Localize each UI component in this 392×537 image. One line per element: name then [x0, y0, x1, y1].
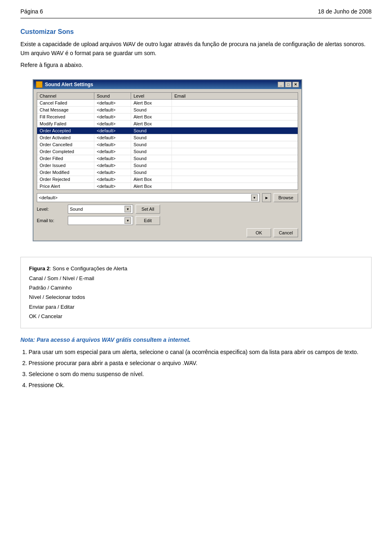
level-dropdown-arrow[interactable]: ▼ [125, 206, 131, 212]
cell-channel: Order Modified [37, 169, 94, 176]
cell-email [172, 114, 213, 120]
cell-level: Alert Box [131, 114, 172, 120]
sound-alert-dialog: Sound Alert Settings _ □ ✕ Channel Sound… [33, 79, 302, 241]
cell-email [172, 169, 213, 176]
email-label: Email to: [37, 218, 65, 223]
table-row[interactable]: Order Rejected <default> Alert Box [37, 176, 298, 183]
cell-level: Sound [131, 127, 172, 134]
dialog-titlebar: Sound Alert Settings _ □ ✕ [33, 80, 301, 89]
alert-table: Channel Sound Level Email Cancel Failed … [37, 92, 298, 190]
caption-line3: Nível / Selecionar todos [29, 292, 363, 302]
cell-email [172, 127, 213, 134]
maximize-button[interactable]: □ [285, 82, 292, 87]
cell-channel: Chat Message [37, 107, 94, 113]
cell-email [172, 134, 213, 141]
cell-channel: Modify Failed [37, 120, 94, 127]
table-row-selected[interactable]: Order Accepted <default> Sound [37, 127, 298, 134]
cell-level: Alert Box [131, 176, 172, 183]
cell-channel: Order Completed [37, 148, 94, 155]
ok-button[interactable]: OK [247, 228, 271, 237]
table-row[interactable]: Modify Failed <default> Alert Box [37, 120, 298, 127]
cell-channel: Cancel Failed [37, 100, 94, 106]
dialog-body: Channel Sound Level Email Cancel Failed … [33, 89, 301, 241]
cell-channel: Price Alert [37, 183, 94, 189]
set-all-button[interactable]: Set All [136, 205, 160, 214]
cell-sound: <default> [94, 120, 131, 127]
dialog-figure: Sound Alert Settings _ □ ✕ Channel Sound… [33, 79, 302, 241]
close-button[interactable]: ✕ [292, 82, 299, 87]
level-row: Level: Sound ▼ Set All [37, 205, 298, 214]
col-channel: Channel [37, 93, 94, 99]
edit-button[interactable]: Edit [136, 216, 160, 225]
step-1: Para usar um som especial para um alerta… [29, 348, 372, 357]
email-dropdown[interactable]: ▼ [68, 216, 133, 225]
cell-sound: <default> [94, 169, 131, 176]
caption-figure-number: Figura 2 [29, 265, 50, 272]
level-label: Level: [37, 207, 65, 212]
step-3: Selecione o som do menu suspenso de níve… [29, 370, 372, 379]
table-row[interactable]: Order Activated <default> Sound [37, 134, 298, 141]
cancel-button[interactable]: Cancel [274, 228, 298, 237]
table-row[interactable]: Chat Message <default> Sound [37, 107, 298, 114]
caption-line5: OK / Cancelar [29, 312, 363, 321]
cell-sound: <default> [94, 155, 131, 162]
cell-level: Sound [131, 169, 172, 176]
table-row[interactable]: Price Alert <default> Alert Box [37, 183, 298, 189]
col-email: Email [172, 93, 213, 99]
cell-level: Sound [131, 148, 172, 155]
col-sound: Sound [94, 93, 131, 99]
cell-channel: Order Cancelled [37, 141, 94, 148]
intro-paragraph-1: Existe a capacidade de upload arquivos W… [20, 40, 372, 58]
note-text: Nota: Para acesso á arquivos WAV grátis … [20, 336, 372, 343]
play-button[interactable]: ▶ [262, 193, 271, 202]
cell-channel: Order Rejected [37, 176, 94, 183]
path-value: <default> [39, 195, 58, 200]
cell-level: Sound [131, 107, 172, 113]
caption-figure-title: Figura 2: Sons e Configurações de Alerta [29, 264, 363, 273]
cell-level: Alert Box [131, 100, 172, 106]
cell-sound: <default> [94, 134, 131, 141]
minimize-button[interactable]: _ [278, 82, 284, 87]
path-row: <default> ▼ ▶ Browse [37, 193, 298, 202]
path-dropdown[interactable]: <default> ▼ [37, 193, 260, 202]
cell-sound: <default> [94, 176, 131, 183]
browse-button[interactable]: Browse [274, 193, 298, 202]
dialog-app-icon [36, 81, 42, 88]
cell-level: Sound [131, 155, 172, 162]
cell-email [172, 120, 213, 127]
cell-sound: <default> [94, 141, 131, 148]
cell-sound: <default> [94, 107, 131, 113]
page-date: 18 de Junho de 2008 [318, 8, 372, 15]
step-2: Pressione procurar para abrir a pasta e … [29, 359, 372, 368]
email-dropdown-arrow[interactable]: ▼ [125, 217, 131, 224]
ok-cancel-row: OK Cancel [37, 228, 298, 237]
cell-email [172, 141, 213, 148]
table-row[interactable]: Order Modified <default> Sound [37, 169, 298, 176]
cell-level: Sound [131, 134, 172, 141]
cell-sound: <default> [94, 100, 131, 106]
table-header-row: Channel Sound Level Email [37, 93, 298, 100]
cell-level: Alert Box [131, 120, 172, 127]
cell-channel: Order Filled [37, 155, 94, 162]
table-row[interactable]: Order Cancelled <default> Sound [37, 141, 298, 148]
caption-line2: Padrão / Caminho [29, 283, 363, 292]
table-row[interactable]: Order Filled <default> Sound [37, 155, 298, 162]
cell-sound: <default> [94, 183, 131, 189]
table-row[interactable]: Order Completed <default> Sound [37, 148, 298, 155]
titlebar-left: Sound Alert Settings [36, 81, 93, 88]
cell-channel: Fill Received [37, 114, 94, 120]
table-row[interactable]: Order Issued <default> Sound [37, 162, 298, 169]
cell-level: Alert Box [131, 183, 172, 189]
cell-sound: <default> [94, 162, 131, 169]
level-dropdown[interactable]: Sound ▼ [68, 205, 133, 214]
table-row[interactable]: Fill Received <default> Alert Box [37, 114, 298, 120]
cell-level: Sound [131, 141, 172, 148]
page-number: Página 6 [20, 8, 43, 15]
table-row[interactable]: Cancel Failed <default> Alert Box [37, 100, 298, 107]
cell-channel: Order Activated [37, 134, 94, 141]
cell-email [172, 155, 213, 162]
path-dropdown-arrow[interactable]: ▼ [251, 194, 258, 201]
cell-channel: Order Issued [37, 162, 94, 169]
steps-list: Para usar um som especial para um alerta… [29, 348, 372, 390]
dialog-title: Sound Alert Settings [45, 82, 93, 87]
